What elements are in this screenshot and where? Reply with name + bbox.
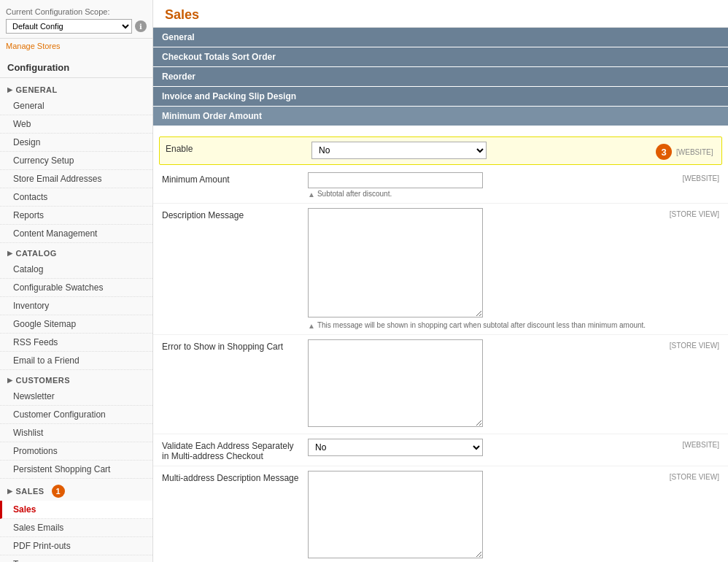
description-textarea[interactable] [308, 208, 483, 317]
enable-select[interactable]: NoYes [311, 142, 487, 159]
main-content: Sales General Checkout Totals Sort Order… [153, 0, 728, 562]
multiaddress-label: Multi-address Description Message [162, 471, 308, 483]
section-reorder[interactable]: Reorder [153, 67, 728, 86]
multiaddress-scope: [STORE VIEW] [654, 471, 719, 481]
enable-label: Enable [166, 142, 311, 154]
sidebar-item-customer-config[interactable]: Customer Configuration [0, 406, 152, 424]
description-row: Description Message ▲ This message will … [153, 204, 728, 335]
error-input-wrap [308, 339, 654, 429]
sidebar-item-configurable-swatches[interactable]: Configurable Swatches [0, 279, 152, 297]
sidebar-item-wishlist[interactable]: Wishlist [0, 424, 152, 442]
error-textarea[interactable] [308, 339, 483, 427]
sidebar-item-sales-emails[interactable]: Sales Emails [0, 519, 152, 537]
sidebar: Current Configuration Scope: Default Con… [0, 0, 153, 562]
scope-select[interactable]: Default Config [6, 19, 132, 34]
sidebar-item-currency-setup[interactable]: Currency Setup [0, 152, 152, 170]
catalog-arrow: ▶ [7, 250, 13, 257]
minimum-amount-hint: ▲ Subtotal after discount. [308, 190, 654, 199]
sidebar-item-contacts[interactable]: Contacts [0, 188, 152, 207]
section-invoice[interactable]: Invoice and Packing Slip Design [153, 87, 728, 106]
minimum-amount-input[interactable] [308, 172, 483, 188]
minimum-amount-label: Minimum Amount [162, 172, 308, 185]
hint-triangle-icon: ▲ [308, 190, 315, 199]
description-label: Description Message [162, 208, 308, 220]
enable-badge: 3 [656, 144, 672, 160]
sidebar-section-general[interactable]: ▶ GENERAL [0, 80, 152, 97]
scope-label: Current Configuration Scope: [6, 7, 147, 16]
description-hint: ▲ This message will be shown in shopping… [308, 321, 654, 330]
sidebar-item-design[interactable]: Design [0, 134, 152, 152]
multiaddress-row: Multi-address Description Message [STORE… [153, 466, 728, 562]
sidebar-section-sales[interactable]: ▶ SALES 1 [0, 479, 152, 501]
catalog-items: Catalog Configurable Swatches Inventory … [0, 261, 152, 370]
sales-badge: 1 [52, 485, 65, 498]
sidebar-item-inventory[interactable]: Inventory [0, 297, 152, 315]
minimum-amount-row: Minimum Amount ▲ Subtotal after discount… [153, 168, 728, 204]
enable-scope: 3 [WEBSITE] [650, 142, 716, 160]
validate-scope: [WEBSITE] [654, 439, 719, 449]
sidebar-item-google-sitemap[interactable]: Google Sitemap [0, 315, 152, 334]
sales-arrow: ▶ [7, 488, 13, 495]
sidebar-item-web[interactable]: Web [0, 115, 152, 134]
error-row: Error to Show in Shopping Cart [STORE VI… [153, 335, 728, 434]
scope-info-icon[interactable]: ℹ [135, 20, 147, 32]
section-checkout-totals[interactable]: Checkout Totals Sort Order [153, 47, 728, 66]
general-arrow: ▶ [7, 86, 13, 93]
validate-select[interactable]: NoYes [308, 439, 483, 456]
main-header: Sales [153, 0, 728, 28]
sidebar-item-persistent-cart[interactable]: Persistent Shopping Cart [0, 461, 152, 479]
sidebar-item-reports[interactable]: Reports [0, 207, 152, 225]
minimum-amount-scope: [WEBSITE] [654, 172, 719, 182]
sidebar-item-promotions[interactable]: Promotions [0, 442, 152, 461]
sidebar-item-pdf-printouts[interactable]: PDF Print-outs [0, 537, 152, 555]
sidebar-section-catalog[interactable]: ▶ CATALOG [0, 243, 152, 261]
config-heading: Configuration [0, 56, 152, 78]
description-scope: [STORE VIEW] [654, 208, 719, 218]
error-label: Error to Show in Shopping Cart [162, 339, 308, 352]
page-title: Sales [165, 7, 716, 23]
sidebar-item-tax[interactable]: Tax [0, 555, 152, 562]
description-input-wrap: ▲ This message will be shown in shopping… [308, 208, 654, 330]
section-general[interactable]: General [153, 28, 728, 47]
minimum-order-form: Enable NoYes 3 [WEBSITE] Minimum Amount … [153, 126, 728, 562]
hint-triangle-icon2: ▲ [308, 322, 315, 330]
sidebar-item-newsletter[interactable]: Newsletter [0, 388, 152, 406]
minimum-amount-input-wrap: ▲ Subtotal after discount. [308, 172, 654, 199]
sales-items: Sales Sales Emails PDF Print-outs Tax Ch… [0, 501, 152, 562]
sidebar-item-store-email[interactable]: Store Email Addresses [0, 170, 152, 188]
scope-section: Current Configuration Scope: Default Con… [0, 0, 152, 39]
customers-items: Newsletter Customer Configuration Wishli… [0, 388, 152, 479]
multiaddress-textarea[interactable] [308, 471, 483, 558]
validate-label: Validate Each Address Separately in Mult… [162, 439, 308, 461]
customers-arrow: ▶ [7, 377, 13, 384]
multiaddress-input-wrap [308, 471, 654, 561]
sidebar-item-catalog[interactable]: Catalog [0, 261, 152, 279]
sidebar-item-sales[interactable]: Sales [0, 501, 152, 519]
sidebar-item-rss-feeds[interactable]: RSS Feeds [0, 334, 152, 352]
validate-input-wrap: NoYes [308, 439, 654, 456]
sidebar-item-email-friend[interactable]: Email to a Friend [0, 352, 152, 370]
sidebar-item-general[interactable]: General [0, 97, 152, 115]
sidebar-item-content-management[interactable]: Content Management [0, 225, 152, 243]
error-scope: [STORE VIEW] [654, 339, 719, 350]
validate-row: Validate Each Address Separately in Mult… [153, 434, 728, 466]
sidebar-section-customers[interactable]: ▶ CUSTOMERS [0, 370, 152, 388]
enable-row: Enable NoYes 3 [WEBSITE] [159, 136, 722, 165]
general-items: General Web Design Currency Setup Store … [0, 97, 152, 243]
section-minimum-order[interactable]: Minimum Order Amount [153, 107, 728, 126]
manage-stores-link[interactable]: Manage Stores [0, 39, 152, 56]
enable-input-wrap: NoYes [311, 142, 650, 159]
